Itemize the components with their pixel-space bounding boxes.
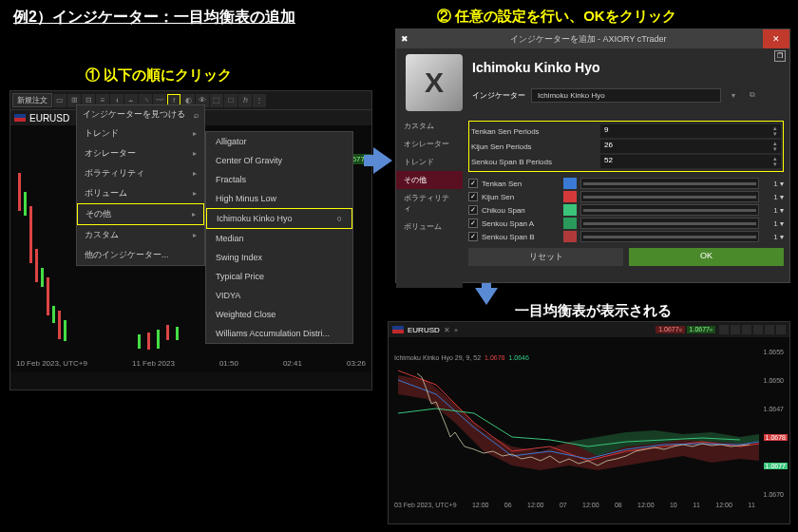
x-axis: 03 Feb 2023, UTC+9 12:00 06 12:00 07 12:… (389, 502, 761, 508)
step2-title: ② 任意の設定を行い、OKをクリック (437, 8, 676, 26)
menu-item-trend[interactable]: トレンド▸ (77, 124, 204, 143)
indicator-dialog: ✖ インジケーターを追加 - AXIORY cTrader ✕ ❐ X Ichi… (395, 28, 790, 283)
thickness-slider[interactable] (580, 218, 759, 229)
badge-icon: ○ (337, 214, 342, 223)
param-label: Tenkan Sen Periods (471, 127, 595, 136)
copy-icon[interactable]: ⧉ (746, 88, 759, 102)
chart-tools[interactable] (719, 325, 786, 334)
result-title: 一目均衡表が表示される (515, 302, 672, 320)
menu-item-custom[interactable]: カスタム▸ (77, 225, 204, 245)
step1-title: ① 以下の順にクリック (86, 66, 232, 85)
side-other[interactable]: その他 (396, 171, 463, 189)
line-row: ✓Senkou Span B1 ▾ (468, 230, 784, 243)
dialog-main: Tenkan Sen Periods9▴▾ Kijun Sen Periods2… (463, 117, 789, 288)
result-toolbar: EURUSD ✕ ＋ 1.0677₈ 1.0677₉ (389, 322, 789, 337)
restore-icon[interactable]: ❐ (774, 50, 786, 62)
result-chart: EURUSD ✕ ＋ 1.0677₈ 1.0677₉ Ichimoku Kink… (388, 321, 790, 524)
arrow-down-icon (475, 288, 498, 305)
submenu-item[interactable]: Weighted Close (206, 305, 352, 324)
flag-icon (14, 114, 26, 122)
line-label: Senkou Span A (482, 219, 560, 228)
reset-button[interactable]: リセット (468, 248, 623, 266)
checkbox[interactable]: ✓ (468, 205, 478, 215)
side-custom[interactable]: カスタム (396, 117, 463, 135)
side-volatility[interactable]: ボラティリティ (396, 189, 463, 218)
ok-button[interactable]: OK (629, 248, 784, 266)
thickness-slider[interactable] (580, 178, 759, 189)
thickness-slider[interactable] (580, 231, 759, 242)
dialog-titlebar: ✖ インジケーターを追加 - AXIORY cTrader ✕ (396, 29, 789, 48)
color-swatch[interactable] (563, 204, 577, 216)
menu-item-volatility[interactable]: ボラティリティ▸ (77, 163, 204, 183)
thickness-value: 1 ▾ (763, 219, 784, 228)
tool-icon[interactable]: ▭ (53, 94, 66, 107)
instruction-title: 例2）インジケーター：一目均衡表の追加 (13, 8, 295, 28)
tool-icon[interactable]: ℎ (238, 94, 252, 107)
color-swatch[interactable] (563, 178, 577, 189)
submenu-item[interactable]: Median (206, 229, 352, 248)
indicator-select[interactable]: Ichimoku Kinko Hyo (531, 88, 721, 103)
thickness-value: 1 ▾ (763, 180, 784, 188)
submenu-item[interactable]: High Minus Low (206, 189, 352, 208)
arrow-right-icon (373, 147, 392, 174)
param-input[interactable]: 52▴▾ (600, 155, 781, 168)
menu-item-other[interactable]: その他▸ (77, 203, 204, 225)
side-oscillator[interactable]: オシレーター (396, 135, 463, 153)
x-axis: 10 Feb 2023, UTC+9 11 Feb 2023 01:50 02:… (10, 353, 371, 372)
tool-icon[interactable]: ⬚ (210, 94, 223, 107)
spinner-icon[interactable]: ▴▾ (773, 125, 777, 137)
result-chart-area[interactable]: Ichimoku Kinko Hyo 29, 9, 52 1.0678 1.06… (389, 337, 789, 508)
param-input[interactable]: 26▴▾ (600, 140, 781, 153)
buy-price[interactable]: 1.0677₉ (687, 326, 715, 333)
submenu-item[interactable]: Typical Price (206, 267, 352, 286)
color-swatch[interactable] (563, 218, 577, 229)
submenu-item[interactable]: Swing Index (206, 248, 352, 267)
y-axis: 1.0655 1.0650 1.0647 1.0678 1.0677 1.067… (764, 337, 788, 508)
checkbox[interactable]: ✓ (468, 192, 478, 201)
side-volume[interactable]: ボリューム (396, 218, 463, 236)
logo-icon: X (406, 54, 463, 111)
new-order-button[interactable]: 新規注文 (12, 93, 52, 107)
close-button[interactable]: ✕ (763, 29, 789, 48)
tool-icon[interactable]: □ (224, 94, 238, 107)
thickness-slider[interactable] (580, 204, 759, 216)
symbol-label: EURUSD (29, 113, 69, 124)
color-swatch[interactable] (563, 191, 577, 202)
line-label: Senkou Span B (482, 233, 560, 241)
indicator-category-menu: インジケーターを見つける ⌕ トレンド▸ オシレーター▸ ボラティリティ▸ ボリ… (76, 104, 205, 266)
menu-item-more[interactable]: 他のインジケーター... (77, 245, 204, 265)
param-label: Kijun Sen Periods (471, 142, 595, 151)
checkbox[interactable]: ✓ (468, 232, 478, 241)
color-swatch[interactable] (563, 231, 577, 242)
flag-icon (392, 326, 404, 333)
sell-price[interactable]: 1.0677₈ (656, 326, 684, 333)
checkbox[interactable]: ✓ (468, 218, 478, 228)
thickness-value: 1 ▾ (763, 233, 784, 241)
search-placeholder[interactable]: インジケーターを見つける (83, 108, 190, 121)
line-row: ✓Chikou Span1 ▾ (468, 203, 784, 217)
menu-item-volume[interactable]: ボリューム▸ (77, 183, 204, 203)
submenu-item[interactable]: VIDYA (206, 286, 352, 305)
line-label: Kijun Sen (482, 193, 560, 201)
submenu-item[interactable]: Fractals (206, 170, 352, 189)
param-label: Senkou Span B Periods (471, 158, 595, 166)
spinner-icon[interactable]: ▴▾ (773, 156, 777, 167)
menu-search-row: インジケーターを見つける ⌕ (77, 105, 204, 124)
submenu-item[interactable]: Alligator (206, 132, 352, 151)
param-input[interactable]: 9▴▾ (600, 124, 781, 138)
dropdown-icon[interactable]: ▾ (727, 88, 740, 102)
submenu-item-ichimoku[interactable]: Ichimoku Kinko Hyo○ (206, 208, 352, 229)
submenu-item[interactable]: Williams Accumulation Distri... (206, 324, 352, 343)
thickness-slider[interactable] (580, 191, 759, 202)
thickness-value: 1 ▾ (763, 206, 784, 215)
dialog-header: X Ichimoku Kinko Hyo インジケーター Ichimoku Ki… (396, 48, 789, 117)
menu-item-oscillator[interactable]: オシレーター▸ (77, 143, 204, 163)
side-trend[interactable]: トレンド (396, 153, 463, 171)
submenu-item[interactable]: Center Of Gravity (206, 151, 352, 170)
line-row: ✓Senkou Span A1 ▾ (468, 217, 784, 230)
window-title: インジケーターを追加 - AXIORY cTrader (413, 33, 763, 46)
tool-icon[interactable]: ⋮ (253, 94, 266, 107)
search-icon[interactable]: ⌕ (194, 110, 199, 120)
spinner-icon[interactable]: ▴▾ (773, 141, 777, 152)
checkbox[interactable]: ✓ (468, 179, 478, 188)
